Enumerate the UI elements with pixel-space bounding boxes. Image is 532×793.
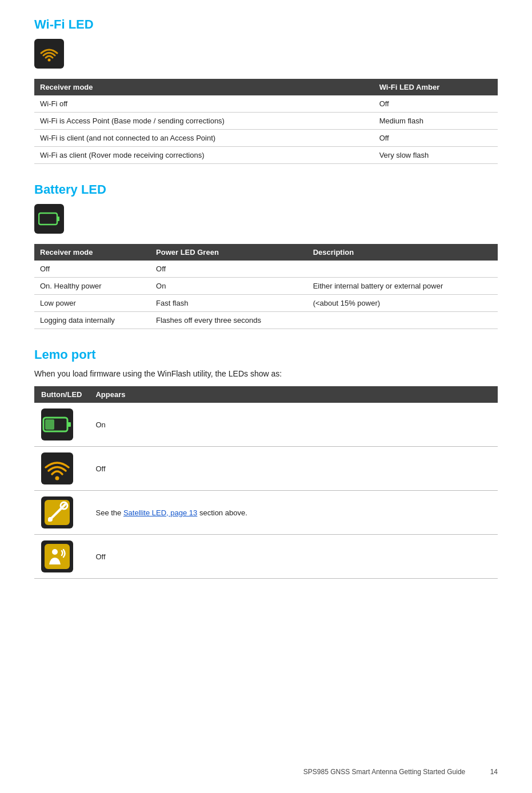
wifi-col-amber: Wi-Fi LED Amber [374,79,498,95]
battery-col-mode: Receiver mode [34,244,150,261]
lemo-port-section: Lemo port When you load firmware using t… [34,347,498,579]
lemo-appears-cell: Off [89,535,498,579]
lemo-port-title: Lemo port [34,347,498,362]
lemo-icon-cell [34,491,89,535]
wifi-led-title: Wi-Fi LED [34,17,498,32]
battery-led-section: Battery LED Receiver mode Power LED Gree… [34,182,498,329]
table-row: Wi-Fi as client (Rover mode receiving co… [34,147,498,164]
lemo-table: Button/LED Appears On Off See the Satell… [34,386,498,579]
svg-rect-13 [45,544,70,569]
battery-col-desc: Description [307,244,498,261]
table-row: See the Satellite LED, page 13 section a… [34,491,498,535]
table-row: Low powerFast flash(<about 15% power) [34,295,498,312]
table-row: Wi-Fi offOff [34,95,498,113]
table-row: Off [34,535,498,579]
lemo-icon-cell [34,403,89,447]
table-row: Wi-Fi is Access Point (Base mode / sendi… [34,113,498,130]
table-row: Off [34,447,498,491]
svg-point-6 [55,476,59,480]
lemo-col-button: Button/LED [34,386,89,403]
svg-point-0 [48,59,51,62]
footer-text: SPS985 GNSS Smart Antenna Getting Starte… [303,768,466,776]
satellite-led-link[interactable]: Satellite LED, page 13 [123,508,197,517]
lemo-col-appears: Appears [89,386,498,403]
lemo-appears-cell: Off [89,447,498,491]
svg-rect-4 [67,422,71,427]
svg-rect-1 [39,213,57,225]
svg-point-14 [52,549,58,555]
lemo-icon-cell [34,447,89,491]
lemo-intro-text: When you load firmware using the WinFlas… [34,369,498,378]
battery-col-green: Power LED Green [150,244,307,261]
table-row: On [34,403,498,447]
lemo-appears-cell: See the Satellite LED, page 13 section a… [89,491,498,535]
wifi-col-mode: Receiver mode [34,79,374,95]
page-number: 14 [490,768,498,776]
battery-led-title: Battery LED [34,182,498,197]
wifi-led-table: Receiver mode Wi-Fi LED Amber Wi-Fi offO… [34,79,498,164]
table-row: Wi-Fi is client (and not connected to an… [34,130,498,147]
wifi-led-icon-box [34,39,64,69]
battery-icon [38,211,60,226]
battery-led-table: Receiver mode Power LED Green Descriptio… [34,244,498,329]
svg-rect-5 [45,419,54,430]
lemo-icon-cell [34,535,89,579]
table-row: On. Healthy powerOnEither internal batte… [34,278,498,295]
wifi-icon [38,43,60,65]
table-row: OffOff [34,261,498,278]
battery-led-icon-box [34,204,64,234]
lemo-appears-cell: On [89,403,498,447]
table-row: Logging data internallyFlashes off every… [34,312,498,329]
page-footer: SPS985 GNSS Smart Antenna Getting Starte… [303,768,498,776]
svg-rect-2 [57,217,59,221]
wifi-led-section: Wi-Fi LED Receiver mode Wi-Fi LED Amber … [34,17,498,164]
